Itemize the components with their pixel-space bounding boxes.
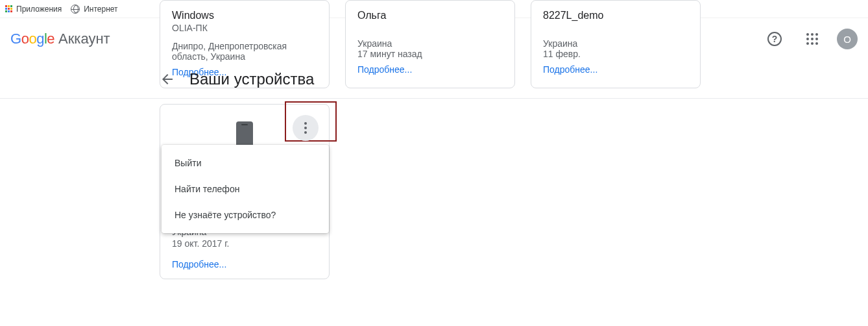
device-subtitle: OLIA-ПК — [172, 23, 317, 33]
device-date: 11 февр. — [543, 49, 688, 59]
device-name: Ольга — [357, 10, 503, 21]
device-date: 17 минут назад — [357, 49, 503, 59]
device-card-phone: Выйти Найти телефон Не узнаёте устройств… — [160, 104, 330, 279]
back-arrow-button[interactable] — [160, 71, 175, 87]
device-location: Украина — [543, 38, 688, 49]
content-area: Windows OLIA-ПК Днипро, Днепропетровская… — [0, 0, 868, 279]
device-name: 8227L_demo — [543, 10, 688, 21]
more-link[interactable]: Подробнее... — [172, 259, 226, 270]
menu-item-unknown-device[interactable]: Не узнаёте устройство? — [162, 202, 329, 228]
arrow-left-icon — [160, 71, 175, 87]
page-subheader: Ваши устройства — [0, 60, 868, 99]
menu-item-signout[interactable]: Выйти — [162, 150, 329, 176]
page-title: Ваши устройства — [189, 70, 314, 88]
device-name: Windows — [172, 10, 317, 21]
device-more-menu-button[interactable] — [293, 115, 319, 141]
phone-icon — [236, 121, 253, 147]
device-cards-row-2: Выйти Найти телефон Не узнаёте устройств… — [160, 104, 868, 279]
device-actions-menu: Выйти Найти телефон Не узнаёте устройств… — [162, 145, 329, 233]
device-date: 19 окт. 2017 г. — [172, 238, 230, 249]
device-location: Украина — [357, 38, 503, 49]
more-vert-icon — [304, 122, 307, 134]
device-location: Днипро, Днепропетровская область, Украин… — [172, 41, 317, 62]
menu-item-find-phone[interactable]: Найти телефон — [162, 176, 329, 202]
